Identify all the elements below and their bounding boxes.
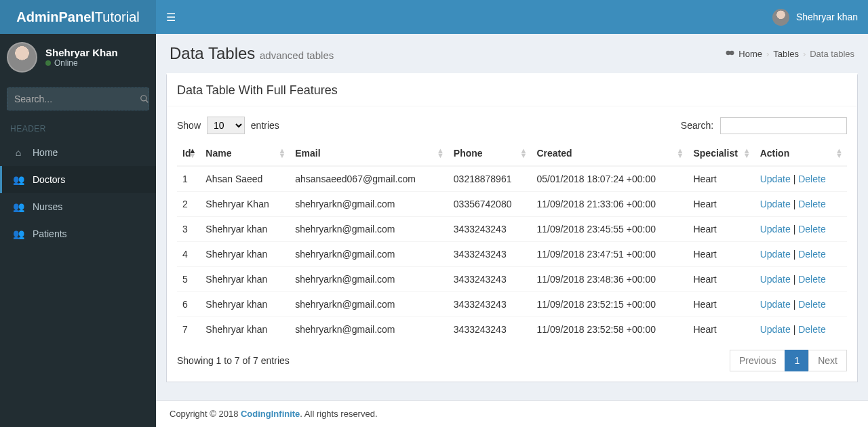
sidebar-user-panel: Shehryar Khan Online bbox=[0, 34, 156, 81]
cell-specialist: Heart bbox=[688, 317, 754, 342]
home-icon: ⌂ bbox=[12, 147, 24, 158]
panel-title: Data Table With Full Features bbox=[167, 75, 857, 106]
cell-action: Update | Delete bbox=[755, 317, 847, 342]
svg-line-1 bbox=[146, 100, 149, 103]
column-header[interactable]: Email▲▼ bbox=[290, 141, 448, 166]
sidebar-item-label: Home bbox=[33, 147, 58, 158]
entries-select[interactable]: 102550100 bbox=[207, 117, 245, 134]
brand-light: Tutorial bbox=[95, 9, 140, 24]
cell-specialist: Heart bbox=[688, 242, 754, 267]
cell-phone: 3433243243 bbox=[448, 317, 532, 342]
breadcrumb-tables[interactable]: Tables bbox=[773, 49, 799, 59]
cell-specialist: Heart bbox=[688, 166, 754, 192]
delete-link[interactable]: Delete bbox=[798, 249, 825, 260]
svg-point-3 bbox=[730, 51, 734, 56]
column-header[interactable]: Created▲▼ bbox=[531, 141, 688, 166]
table-info: Showing 1 to 7 of 7 entries bbox=[177, 355, 290, 366]
cell-name: Shehryar khan bbox=[200, 317, 290, 342]
cell-action: Update | Delete bbox=[755, 217, 847, 242]
sort-icon: ▲▼ bbox=[677, 148, 684, 158]
sidebar-item-nurses[interactable]: 👥Nurses bbox=[0, 193, 156, 220]
column-header[interactable]: Specialist▲▼ bbox=[688, 141, 754, 166]
page-prev[interactable]: Previous bbox=[730, 350, 785, 371]
sidebar-item-label: Doctors bbox=[33, 174, 65, 185]
update-link[interactable]: Update bbox=[760, 324, 791, 335]
sidebar: Shehryar Khan Online HEADER ⌂Home👥Doctor… bbox=[0, 34, 156, 427]
cell-created: 11/09/2018 23:45:55 +00:00 bbox=[531, 217, 688, 242]
cell-name: Shehryar Khan bbox=[200, 192, 290, 217]
cell-phone: 3433243243 bbox=[448, 292, 532, 317]
update-link[interactable]: Update bbox=[760, 299, 791, 310]
cell-action: Update | Delete bbox=[755, 166, 847, 192]
brand-logo[interactable]: AdminPanelTutorial bbox=[0, 0, 156, 34]
data-table: Id▲▼Name▲▼Email▲▼Phone▲▼Created▲▼Special… bbox=[177, 141, 847, 342]
table-row: 3Shehryar khanshehryarkn@gmail.com343324… bbox=[177, 217, 847, 242]
page-next[interactable]: Next bbox=[808, 350, 847, 371]
cell-name: Shehryar khan bbox=[200, 217, 290, 242]
cell-phone: 3433243243 bbox=[448, 217, 532, 242]
brand-bold: AdminPanel bbox=[16, 9, 95, 24]
cell-id: 3 bbox=[177, 217, 200, 242]
update-link[interactable]: Update bbox=[760, 224, 791, 235]
sidebar-item-label: Patients bbox=[33, 228, 67, 239]
cell-id: 6 bbox=[177, 292, 200, 317]
cell-created: 11/09/2018 23:47:51 +00:00 bbox=[531, 242, 688, 267]
topbar-user[interactable]: Shehryar khan bbox=[772, 9, 858, 26]
update-link[interactable]: Update bbox=[760, 199, 791, 209]
sidebar-item-doctors[interactable]: 👥Doctors bbox=[0, 166, 156, 193]
cell-phone: 3433243243 bbox=[448, 267, 532, 292]
cell-id: 1 bbox=[177, 166, 200, 192]
sidebar-item-patients[interactable]: 👥Patients bbox=[0, 220, 156, 247]
column-header[interactable]: Action▲▼ bbox=[755, 141, 847, 166]
footer-link[interactable]: CodingInfinite bbox=[241, 409, 300, 419]
delete-link[interactable]: Delete bbox=[798, 299, 825, 310]
delete-link[interactable]: Delete bbox=[798, 199, 825, 209]
update-link[interactable]: Update bbox=[760, 274, 791, 285]
table-row: 6Shehryar khanshehryarkn@gmail.com343324… bbox=[177, 292, 847, 317]
search-input[interactable] bbox=[7, 88, 140, 110]
pagination: Previous 1 Next bbox=[730, 350, 847, 371]
update-link[interactable]: Update bbox=[760, 174, 791, 184]
sidebar-user-status: Online bbox=[45, 58, 118, 68]
breadcrumb-home[interactable]: Home bbox=[738, 49, 762, 59]
avatar bbox=[7, 42, 37, 73]
cell-created: 11/09/2018 21:33:06 +00:00 bbox=[531, 192, 688, 217]
delete-link[interactable]: Delete bbox=[798, 324, 825, 335]
delete-link[interactable]: Delete bbox=[798, 224, 825, 235]
hamburger-icon[interactable]: ☰ bbox=[166, 11, 176, 24]
sort-icon: ▲▼ bbox=[278, 148, 285, 158]
users-icon: 👥 bbox=[12, 228, 24, 239]
table-row: 7Shehryar khanshehryarkn@gmail.com343324… bbox=[177, 317, 847, 342]
page-subtitle: advanced tables bbox=[260, 49, 334, 61]
sidebar-item-home[interactable]: ⌂Home bbox=[0, 139, 156, 166]
column-header[interactable]: Name▲▼ bbox=[200, 141, 290, 166]
cell-specialist: Heart bbox=[688, 292, 754, 317]
delete-link[interactable]: Delete bbox=[798, 274, 825, 285]
users-icon: 👥 bbox=[12, 174, 24, 185]
cell-created: 11/09/2018 23:52:15 +00:00 bbox=[531, 292, 688, 317]
topbar: AdminPanelTutorial ☰ Shehryar khan bbox=[0, 0, 868, 34]
cell-action: Update | Delete bbox=[755, 267, 847, 292]
cell-phone: 03356742080 bbox=[448, 192, 532, 217]
table-search: Search: bbox=[681, 117, 847, 134]
sidebar-user-name: Shehryar Khan bbox=[45, 47, 118, 58]
cell-email: shehryarkn@gmail.com bbox=[290, 317, 448, 342]
column-header[interactable]: Phone▲▼ bbox=[448, 141, 532, 166]
update-link[interactable]: Update bbox=[760, 249, 791, 260]
search-icon[interactable] bbox=[140, 88, 149, 110]
sort-icon: ▲▼ bbox=[437, 148, 444, 158]
footer: Copyright © 2018 CodingInfinite. All rig… bbox=[156, 400, 868, 427]
cell-email: shehryarkn@gmail.com bbox=[290, 267, 448, 292]
table-search-input[interactable] bbox=[720, 117, 847, 134]
cell-id: 5 bbox=[177, 267, 200, 292]
page-title: Data Tables bbox=[170, 44, 255, 62]
column-header[interactable]: Id▲▼ bbox=[177, 141, 200, 166]
cell-name: Shehryar khan bbox=[200, 267, 290, 292]
length-selector: Show 102550100 entries bbox=[177, 117, 279, 134]
page-current[interactable]: 1 bbox=[785, 350, 809, 371]
cell-specialist: Heart bbox=[688, 217, 754, 242]
cell-specialist: Heart bbox=[688, 192, 754, 217]
cell-id: 7 bbox=[177, 317, 200, 342]
cell-email: shehryarkn@gmail.com bbox=[290, 242, 448, 267]
delete-link[interactable]: Delete bbox=[798, 174, 825, 184]
